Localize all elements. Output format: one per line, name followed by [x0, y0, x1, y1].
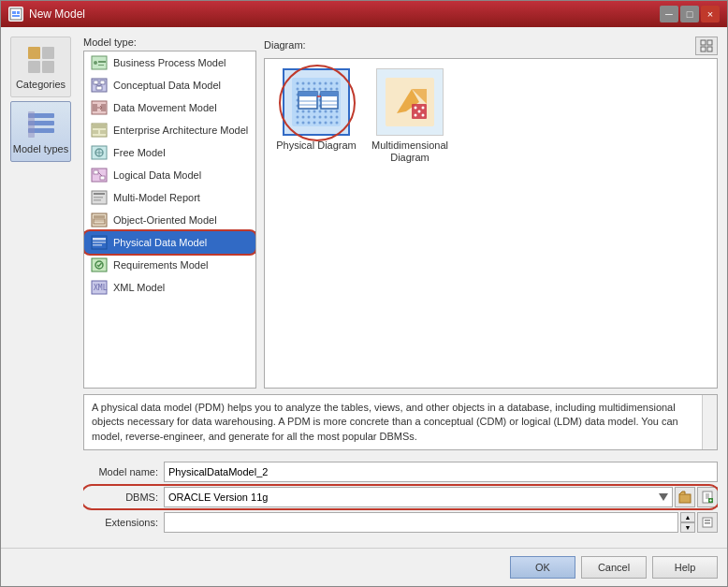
dbms-new-icon: [701, 491, 714, 504]
new-model-dialog: New Model ─ □ × Categories: [0, 0, 728, 587]
svg-rect-27: [93, 130, 98, 134]
ok-button[interactable]: OK: [510, 556, 575, 579]
pdm-label: Physical Data Model: [113, 237, 207, 248]
svg-rect-38: [94, 193, 105, 195]
dbms-input-group: ORACLE Version 11g: [164, 487, 718, 507]
diagram-grid-button[interactable]: [695, 37, 718, 55]
model-name-label: Model name:: [83, 466, 158, 477]
extensions-input-group: ▲ ▼: [164, 512, 718, 533]
model-item-dmm[interactable]: Data Movement Model: [84, 96, 255, 119]
model-item-req[interactable]: Requirements Model: [84, 254, 255, 276]
model-name-input[interactable]: [164, 462, 718, 482]
svg-point-114: [330, 122, 333, 125]
svg-rect-121: [321, 92, 338, 96]
extensions-spinner-up[interactable]: ▲: [680, 512, 695, 522]
model-item-oom[interactable]: Object-Oriented Model: [84, 209, 255, 231]
svg-point-59: [302, 82, 305, 85]
svg-point-113: [325, 122, 328, 125]
pdm-icon: [90, 234, 109, 251]
svg-rect-4: [28, 47, 40, 59]
svg-rect-5: [42, 47, 54, 59]
model-item-xml[interactable]: XML XML Model: [84, 276, 255, 299]
eam-icon: [90, 122, 109, 139]
svg-point-71: [325, 88, 328, 91]
model-item-free[interactable]: Free Model: [84, 141, 255, 164]
svg-rect-48: [93, 244, 102, 246]
svg-point-69: [313, 88, 316, 91]
svg-point-97: [325, 110, 328, 113]
svg-point-109: [302, 122, 305, 125]
extensions-open-button[interactable]: [697, 512, 718, 533]
svg-point-66: [297, 88, 299, 91]
multidim-diagram-icon-wrapper: [376, 68, 444, 136]
extensions-row: Extensions: ▲ ▼: [83, 512, 718, 533]
model-types-label: Model types: [13, 143, 68, 154]
categories-button[interactable]: Categories: [10, 37, 71, 97]
svg-rect-18: [100, 81, 105, 84]
diagram-item-physical[interactable]: Physical Diagram: [274, 68, 358, 164]
svg-point-105: [325, 116, 328, 119]
svg-rect-54: [707, 40, 712, 45]
svg-rect-117: [298, 92, 317, 96]
free-label: Free Model: [113, 147, 166, 158]
title-bar-left: New Model: [8, 7, 85, 22]
physical-diagram-label: Physical Diagram: [276, 139, 357, 152]
window-title: New Model: [29, 7, 85, 21]
model-item-pdm[interactable]: Physical Data Model: [84, 231, 255, 254]
minimize-button[interactable]: ─: [660, 6, 678, 22]
model-type-section: Model type:: [83, 37, 256, 389]
dbms-dropdown[interactable]: ORACLE Version 11g: [164, 487, 673, 507]
model-item-ldm[interactable]: Logical Data Model: [84, 164, 255, 186]
model-item-eam[interactable]: Enterprise Architecture Model: [84, 119, 255, 141]
ldm-icon: [90, 167, 109, 183]
svg-point-115: [336, 122, 339, 125]
xml-icon: XML: [90, 279, 109, 296]
svg-rect-145: [705, 522, 710, 524]
svg-rect-19: [96, 86, 102, 90]
svg-point-64: [330, 82, 333, 85]
model-item-bpm[interactable]: Business Process Model: [84, 51, 255, 74]
svg-rect-42: [94, 215, 105, 218]
svg-rect-23: [93, 104, 97, 111]
svg-point-133: [422, 114, 425, 117]
diagram-header: Diagram:: [264, 37, 718, 55]
description-area: A physical data model (PDM) helps you to…: [83, 394, 718, 450]
maximize-button[interactable]: □: [680, 6, 699, 22]
svg-point-61: [313, 82, 316, 85]
dmm-label: Data Movement Model: [113, 102, 217, 113]
svg-point-98: [330, 110, 333, 113]
svg-rect-40: [94, 199, 101, 201]
svg-point-73: [336, 88, 339, 91]
free-icon: [90, 144, 109, 161]
model-types-button[interactable]: Model types: [10, 101, 71, 162]
svg-point-110: [308, 122, 311, 125]
model-item-mmr[interactable]: Multi-Model Report: [84, 186, 255, 209]
button-row: OK Cancel Help: [1, 548, 727, 586]
svg-point-72: [330, 88, 333, 91]
svg-point-108: [297, 122, 299, 125]
extensions-spinner-down[interactable]: ▼: [680, 522, 695, 533]
diagram-section: Diagram:: [264, 37, 718, 389]
model-item-cdm[interactable]: Conceptual Data Model: [84, 74, 255, 96]
dbms-open-button[interactable]: [675, 487, 695, 507]
dbms-row: DBMS: ORACLE Version 11g: [83, 487, 718, 507]
svg-rect-26: [93, 125, 106, 128]
svg-rect-39: [94, 197, 103, 198]
help-button[interactable]: Help: [652, 556, 718, 579]
svg-point-62: [319, 82, 322, 85]
diagram-item-multidim[interactable]: Multidimensional Diagram: [368, 68, 452, 164]
cancel-button[interactable]: Cancel: [581, 556, 647, 579]
svg-point-60: [308, 82, 311, 85]
extensions-icon: [701, 516, 714, 529]
dbms-new-button[interactable]: [697, 487, 718, 507]
close-button[interactable]: ×: [701, 6, 720, 22]
svg-point-93: [302, 110, 305, 113]
extensions-input[interactable]: [164, 512, 678, 533]
mmr-label: Multi-Model Report: [113, 192, 200, 203]
description-scrollbar[interactable]: [702, 395, 717, 449]
req-label: Requirements Model: [113, 259, 209, 271]
model-type-list: Business Process Model: [83, 51, 256, 389]
form-area: Model name: DBMS: ORACLE Version 11g: [83, 456, 718, 538]
svg-rect-35: [100, 176, 105, 180]
dbms-label: DBMS:: [83, 492, 158, 503]
